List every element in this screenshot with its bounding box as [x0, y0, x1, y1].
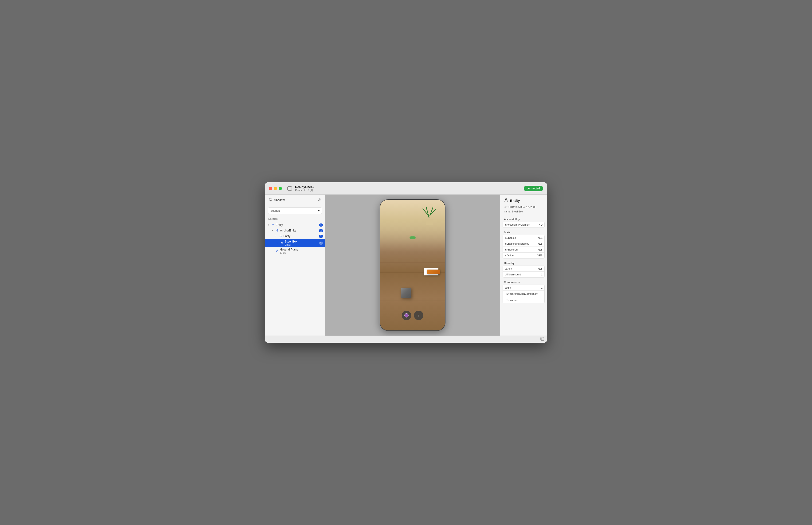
- steel-box-sub: Entity: [285, 243, 318, 246]
- chevron-right-icon: ›: [505, 292, 505, 295]
- sidebar: ARView Scenes ▾ Entities ▾: [265, 195, 325, 335]
- svg-point-4: [273, 224, 274, 225]
- id-label: id:: [504, 206, 507, 208]
- entity-id-row: id: 18012063736431272986: [504, 205, 543, 209]
- entity-header-icon: [504, 198, 508, 203]
- entity-icon: [275, 249, 279, 253]
- entities-label: Entities: [265, 216, 325, 221]
- plant-leaves: [424, 206, 435, 221]
- components-box: count 2 › SynchronizationComponent › Tra…: [503, 285, 545, 303]
- expand-icon: ›: [277, 242, 279, 244]
- id-value: 18012063736431272986: [507, 206, 536, 208]
- app-title: RealityCheck: [295, 185, 315, 189]
- hierarchy-section: Hierarhy parent YES children count 1: [503, 260, 545, 278]
- chevron-right-icon: ›: [505, 299, 505, 301]
- ar-object: [427, 270, 440, 274]
- app-window: RealityCheck Connect 1.0 (1) connected A…: [265, 182, 547, 343]
- steel-box-label: Steel Box: [285, 240, 318, 243]
- accessibility-box: isAccessibilityElement NO: [503, 222, 545, 228]
- anchor-badge: 2: [319, 229, 323, 232]
- state-box: isEnabled YES isEnabledInHierarchy YES i…: [503, 235, 545, 258]
- sidebar-item-steel-box[interactable]: › Steel Box Entity 1: [265, 239, 325, 247]
- hierarchy-row-parent: parent YES: [503, 266, 545, 272]
- entity-icon: [280, 241, 284, 245]
- component-sync[interactable]: › SynchronizationComponent: [503, 291, 545, 297]
- components-section: Components count 2 › SynchronizationComp…: [503, 280, 545, 303]
- anchor-icon: [275, 229, 279, 232]
- ar-screen: ↑: [380, 200, 445, 330]
- component-transform-label: Transform: [506, 299, 518, 301]
- tree-item-label: AnchorEntity: [280, 229, 296, 232]
- ar-cube: [401, 288, 411, 298]
- expand-icon: ▾: [268, 224, 270, 226]
- count-label: count: [505, 286, 511, 289]
- accessibility-section: Accessibility isAccessibilityElement NO: [503, 216, 545, 228]
- accessibility-title: Accessibility: [503, 216, 545, 222]
- entity-icon: [271, 223, 275, 227]
- sidebar-item-entity-root[interactable]: ▾ Entity 1: [265, 222, 325, 228]
- state-row-1: isEnabledInHierarchy YES: [503, 241, 545, 247]
- components-count-row: count 2: [503, 285, 545, 291]
- svg-point-2: [269, 198, 272, 201]
- sidebar-header: ARView: [265, 195, 325, 205]
- arview-label: ARView: [268, 198, 285, 202]
- expand-icon: ▾: [272, 229, 274, 232]
- titlebar: RealityCheck Connect 1.0 (1) connected: [265, 182, 547, 195]
- ground-plane-label: Ground Plane: [280, 248, 323, 251]
- sidebar-icon[interactable]: [287, 186, 292, 191]
- chevron-down-icon: ▾: [318, 209, 320, 212]
- ar-button-share[interactable]: ↑: [414, 311, 424, 320]
- panel-meta: id: 18012063736431272986 name: Steel Box: [500, 205, 547, 216]
- svg-rect-0: [288, 186, 292, 190]
- phone-frame: ↑: [380, 199, 445, 331]
- tree-item-label: Entity: [276, 223, 283, 227]
- state-row-0: isEnabled YES: [503, 235, 545, 241]
- ar-button-record[interactable]: [402, 311, 411, 320]
- svg-point-7: [281, 242, 282, 243]
- entity-name-row: name: Steel Box: [504, 209, 543, 214]
- state-title: State: [503, 229, 545, 235]
- sidebar-item-ground-plane[interactable]: Ground Plane Entity: [265, 247, 325, 255]
- app-subtitle: Connect 1.0 (1): [295, 189, 315, 192]
- ground-plane-sub: Entity: [280, 251, 323, 254]
- state-section: State isEnabled YES isEnabledInHierarchy…: [503, 229, 545, 258]
- minimize-button[interactable]: [274, 187, 277, 190]
- accessibility-label-0: isAccessibilityElement: [505, 223, 530, 226]
- ar-plant: [424, 206, 435, 225]
- ar-indicator: [410, 236, 416, 239]
- maximize-button[interactable]: [279, 187, 282, 190]
- panel-entity-title: Entity: [510, 198, 520, 202]
- share-icon: ↑: [418, 314, 419, 317]
- ar-controls: ↑: [402, 311, 424, 320]
- count-value: 2: [541, 286, 542, 289]
- component-sync-label: SynchronizationComponent: [506, 292, 538, 295]
- scenes-dropdown[interactable]: Scenes ▾: [268, 208, 322, 214]
- hierarchy-row-children: children count 1: [503, 272, 545, 277]
- entity-inspector: Entity id: 18012063736431272986 name: St…: [500, 195, 547, 335]
- hierarchy-title: Hierarhy: [503, 260, 545, 266]
- component-transform[interactable]: › Transform: [503, 297, 545, 303]
- accessibility-value-0: NO: [539, 223, 543, 226]
- svg-rect-11: [541, 338, 543, 340]
- name-label: name:: [504, 210, 511, 213]
- main-content: ARView Scenes ▾ Entities ▾: [265, 195, 547, 335]
- connected-badge: connected: [524, 186, 543, 191]
- arview-icon: [268, 198, 273, 202]
- sidebar-item-entity-child[interactable]: ▾ Entity 1: [265, 234, 325, 239]
- traffic-lights: [269, 187, 282, 190]
- steel-box-badge: 1: [319, 242, 323, 245]
- panel-entity-header: Entity: [500, 195, 547, 205]
- close-button[interactable]: [269, 187, 272, 190]
- state-row-2: isAnchored YES: [503, 247, 545, 253]
- entity-icon: [279, 234, 282, 238]
- expand-icon: ▾: [275, 235, 278, 237]
- sidebar-item-anchor-entity[interactable]: ▾ AnchorEntity 2: [265, 228, 325, 234]
- gear-icon[interactable]: [317, 197, 322, 202]
- accessibility-row-0: isAccessibilityElement NO: [503, 222, 545, 227]
- svg-point-8: [277, 250, 278, 251]
- hierarchy-box: parent YES children count 1: [503, 266, 545, 278]
- bottom-icon[interactable]: [540, 337, 544, 342]
- svg-rect-10: [541, 337, 544, 341]
- bottom-bar: [265, 335, 547, 343]
- state-row-3: isActive YES: [503, 253, 545, 258]
